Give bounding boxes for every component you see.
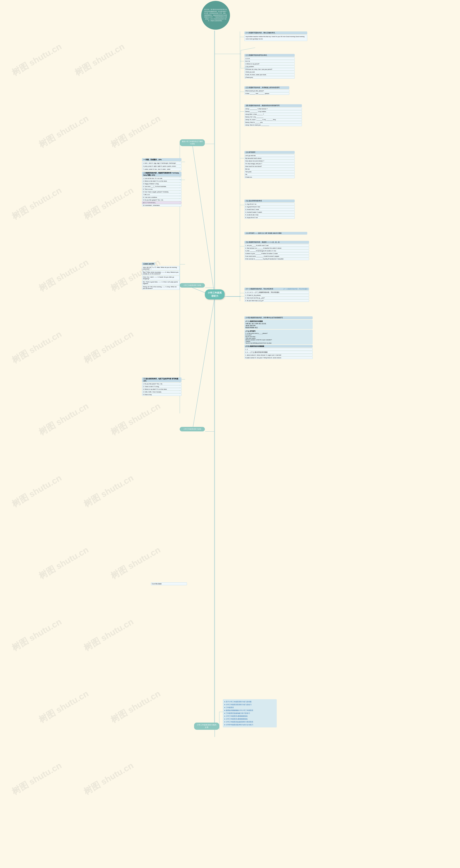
hc-l-sub3 — [180, 264, 185, 265]
rs4-danny1: Danny: _________ 's my mother. — [244, 111, 302, 113]
left-s1-header: 一 听题，完成题目，10% — [142, 158, 182, 161]
left-s2-item9: 9. Do you like grapes? Yes, I do. — [142, 199, 182, 201]
left-s2-item5: 5. This is a zoo. — [142, 188, 182, 190]
right-section-3: (三) 情题听写的内容，并用根据上听到内容填写 What would you l… — [244, 86, 289, 95]
right-s1-content: boy brother teacher mother this that my … — [244, 35, 307, 41]
rs2-item2: 5,6,7,8, — [244, 60, 295, 62]
right-s7-header: (七) 选出所听到的单词 — [244, 199, 295, 203]
right-s2-items: 1,2,3,4, 5,6,7,8, 1.Where is my pencil? … — [244, 57, 295, 79]
left-mid-branch-2: 小学三年级英语听力训练 — [180, 427, 205, 431]
right-s7-items: 1. A go B do C so 2. A good B food C foo… — [244, 203, 295, 219]
dialog-item-4: Wu: That's a good idea. —— 4. Chen: Let'… — [142, 281, 180, 285]
rc2s14-subsec2: (十九) 听写填号 3. of like pizza and p_____ple… — [244, 330, 313, 344]
right-s3-items: What would you like ,please? I'd like __… — [244, 90, 289, 95]
watermark: 树图 shutu.cn — [73, 41, 127, 79]
bottom-link-3[interactable]: ● 三年级英语 — [224, 706, 275, 709]
rs4-danny2: Danny: He 's my _________ — [244, 116, 302, 118]
rs4-danny3: Danny: Nice to ______ you. — [244, 121, 302, 123]
dialog-item-2: Tom: I often climb mountains. —— 2. Amy:… — [142, 271, 180, 275]
left-s2-item7: 7. AM, a.m. — [142, 193, 182, 196]
right-s3-header: (三) 情题听写的内容，并用根据上听到内容填写 — [244, 86, 289, 89]
v-connector-right — [240, 31, 240, 301]
left-s1-item2: 4. jump, jump 5. night, night 6. queen, … — [142, 165, 182, 167]
left-s2-item2: 2. Where is the bike? It' s on the desk. — [142, 180, 182, 182]
rs4-jenny3: Jenny: Hi ,mom ! _______ is my ________ … — [244, 119, 302, 121]
listen-fill-header: Listen and fill — [142, 262, 155, 265]
rc2s1-header: (十一) 根据听到的内容，写出对应单词 (十一) 根据听到的内容，写出对应题目 — [244, 288, 309, 290]
left-s2-header: 二 根据听到的内容，根据听写填填单词 7-10 lamp, lamp 每题, 1… — [142, 172, 182, 177]
v-connector-main — [214, 31, 215, 289]
watermark: 树图 shutu.cn — [37, 256, 91, 294]
right-section-7: (七) 选出所听到的单词 1. A go B do C so 2. A good… — [244, 199, 295, 219]
bottom-link-9[interactable]: ● 小学学年级英语基本听力的方法与练习 — [224, 724, 275, 726]
right-section-1: (一) 情题听写题的内容，整出正确的单词。 boy brother teache… — [244, 31, 307, 41]
left-top-branch: 最新小学三年级英语总下册听力训练 — [180, 139, 205, 146]
bottom-link-6[interactable]: ● 小学三年级英语1册精精精练练 — [224, 715, 275, 717]
left-mid-branch-1: 小学三年级英语听力训练 — [180, 283, 205, 288]
rs2-item5: 3.Excuse me ,Amy. Can I use your pencil? — [244, 68, 295, 70]
rc2s1-items: 1. I'll take br_nty, please. 2. how much… — [244, 294, 309, 302]
right-s1-header: (一) 情题听写题的内容，整出正确的单词。 — [244, 31, 307, 34]
watermark: 树图 shutu.cn — [37, 113, 91, 150]
left-s3-item3: 3. Where is my bike? It' s on the desk. — [142, 388, 182, 391]
left-s2-item10: (4 2 1 7 3 5 9 8 10 ) — [142, 202, 182, 204]
bottom-link-2[interactable]: ● 小学三年级英语英语听力练习及练习 — [224, 704, 275, 706]
rc2s1-item1: 1, 2, 3, 4, 5, — (十二) 根据听到的内容，写出对应题目 — [244, 291, 309, 294]
left-s3-item1: 1. Do you like pears? Yes, I do. — [142, 383, 182, 385]
svg-line-6 — [192, 144, 215, 297]
top-description-bubble: 村主任说，我们要变化这份承诺书和几位同学在本校接触和训练，使大家为将的一种习惯。… — [201, 1, 230, 30]
watermark: 树图 shutu.cn — [10, 41, 64, 79]
bottom-link-7[interactable]: ● 小学三年级英语1册精精精练练 — [224, 718, 275, 720]
watermark: 树图 shutu.cn — [82, 616, 136, 654]
right-section-9: (九) 根据听到的内容，每提前 —— 1. 点 , 点 , 点 1. are y… — [244, 241, 309, 260]
left-s2-item1: 1. Look at the lion. It' s so cute. — [142, 177, 182, 180]
left-s2-item4: 4. I am from ___/_ I'm from Australia. — [142, 185, 182, 188]
bottom-branch-label: 小学三年级英语听力相关文章 — [194, 722, 219, 730]
right-s6-header: (六) 听写填写 — [244, 151, 295, 154]
rs4-jenny1: Jenny: _________ 's that woman ? — [244, 108, 302, 110]
bottom-link-8[interactable]: ● 小学三年级英语选选英语听力英语英语 — [224, 721, 275, 723]
hc-bottom-2 — [219, 712, 223, 712]
left-s3-item4: 4. CAN, CAR, I from Canada. — [142, 391, 182, 393]
left-s3-item5: 5. Draw a boy — [142, 394, 182, 396]
right-section-6b: (六) 听写填写 —— 选英 汉义 分辨 单复数 灰鼠词 外重量 — [244, 232, 307, 235]
left-s1-item1: 1. duck , duck 2. egg, egg 3. hamburger,… — [142, 162, 182, 164]
left-s2-item6: 6. Can I have a apple, please? Certainly… — [142, 191, 182, 193]
watermark: 树图 shutu.cn — [10, 329, 64, 366]
left-s2-item8: 8. I can see a rainbow. — [142, 196, 182, 198]
v-connector-bottom — [214, 299, 215, 728]
bottom-link-4[interactable]: ● 老师如何辅辅辅辅小学小学三年级英语 — [224, 709, 275, 712]
watermark: 树图 shutu.cn — [82, 185, 136, 222]
watermark: 树图 shutu.cn — [37, 400, 91, 438]
rc2s14-header: (十四) 根据听到的内容，判学事件位名字的情绪听写 — [244, 316, 313, 319]
left-s1-item3: 7. under, under 8. box , box 9. sister ,… — [142, 168, 182, 170]
central-node: 小学三年级英语听力 — [205, 289, 225, 300]
right-col2-section-1: (十一) 根据听到的内容，写出对应单词 (十一) 根据听到的内容，写出对应题目 … — [244, 288, 309, 302]
watermark: 树图 shutu.cn — [10, 760, 64, 798]
watermark: 树图 shutu.cn — [10, 185, 64, 222]
watermark: 树图 shutu.cn — [37, 544, 91, 582]
rs2-item3: 1.Where is my pencil? — [244, 63, 295, 65]
dialog-item-3: Chen: No, I don't. —— 3. Sarah: Do you o… — [142, 276, 180, 280]
bottom-branch-node: 小学三年级英语听力相关文章 — [194, 722, 219, 730]
hc-r3 — [240, 92, 244, 92]
right-s4-header: (四) 情题听到的内容，根据你听的问答情绪写写 — [244, 104, 302, 107]
desk-item: 5 on the desk — [151, 582, 187, 585]
hc-l3 — [205, 431, 214, 432]
right-s4-items: Jenny: _________ 's that woman ? Danny: … — [244, 108, 302, 126]
bottom-link-5[interactable]: ● 三年级英语选做地磁力练习及练习 — [224, 712, 275, 714]
watermark: 树图 shutu.cn — [10, 616, 64, 654]
right-s2-header: (二) 情题听写的内容写出单词。 — [244, 54, 295, 57]
dialog-item-1: John: At 9:30. —— 1. Mike: When do you d… — [142, 266, 180, 270]
svg-line-3 — [241, 48, 255, 50]
right-s6b-header: (六) 听写填写 —— 选英 汉义 分辨 单复数 灰鼠词 外重量 — [244, 232, 307, 235]
left-section-3: 三 选出你听到单词，包其下边的序号答 听写每题 10% 1. Do you li… — [142, 377, 182, 396]
svg-line-8 — [192, 297, 215, 431]
bottom-links-section: ● 关于小学三年级英语听力练习及答案 ● 小学三年级英语英语听力练习及练习 ● … — [223, 699, 277, 727]
right-col2-section-14: (十四) 根据听到的内容，判学事件位名字的情绪听写 (十二) 根据听到的内容题题… — [244, 316, 313, 359]
rc2s14-s16header: (十六) 根据听到的内容题题题 — [244, 345, 313, 348]
hc-r2 — [240, 61, 244, 61]
bottom-link-1[interactable]: ● 关于小学三年级英语听力练习及答案 — [224, 701, 275, 703]
hc-r5 — [240, 158, 244, 158]
hc-r6 — [240, 205, 244, 205]
